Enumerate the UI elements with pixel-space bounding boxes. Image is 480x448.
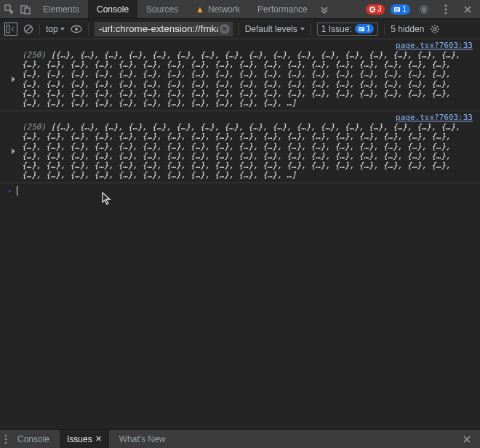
svg-point-10 — [445, 12, 447, 14]
divider — [88, 23, 89, 35]
console-message: page.tsx?7603:33 (250) [{…}, {…}, {…}, {… — [0, 39, 480, 111]
svg-rect-0 — [5, 5, 10, 10]
console-output: page.tsx?7603:33 (250) [{…}, {…}, {…}, {… — [0, 39, 480, 429]
error-count: 3 — [377, 5, 382, 13]
tab-label: Console — [97, 4, 129, 15]
svg-point-14 — [75, 28, 78, 31]
divider — [239, 23, 239, 35]
message-body[interactable]: (250) [{…}, {…}, {…}, {…}, {…}, {…}, {…}… — [0, 50, 480, 108]
issues-label: 1 Issue: — [321, 24, 352, 34]
svg-rect-2 — [25, 8, 30, 14]
issue-count: 1 — [402, 5, 407, 13]
tab-sources[interactable]: Sources — [137, 0, 187, 18]
svg-point-20 — [5, 438, 7, 439]
tab-label: Elements — [43, 4, 79, 15]
svg-point-8 — [445, 4, 447, 7]
svg-point-19 — [5, 434, 7, 436]
prompt-caret-icon: › — [7, 186, 12, 196]
settings-icon[interactable] — [416, 0, 432, 19]
drawer-tab-console[interactable]: Console — [10, 430, 57, 448]
sidebar-toggle-icon[interactable] — [4, 23, 17, 36]
warning-icon: ▲ — [196, 4, 204, 15]
issue-icon — [394, 7, 400, 12]
svg-point-18 — [433, 28, 436, 31]
more-tabs-icon[interactable] — [316, 0, 332, 19]
drawer-tab-issues[interactable]: Issues ✕ — [60, 430, 109, 448]
divider — [384, 23, 385, 35]
svg-rect-5 — [395, 8, 399, 9]
filter-input[interactable] — [95, 22, 233, 36]
expand-icon[interactable] — [12, 148, 15, 154]
issues-button[interactable]: 1 Issue: 1 — [317, 23, 379, 36]
issues-badge: 1 — [355, 24, 375, 33]
divider — [39, 23, 40, 35]
svg-rect-4 — [394, 7, 400, 12]
divider — [311, 23, 311, 35]
svg-point-9 — [445, 8, 447, 10]
tab-console[interactable]: Console — [88, 0, 137, 18]
clear-console-icon[interactable] — [23, 24, 33, 34]
array-preview: [{…}, {…}, {…}, {…}, {…}, {…}, {…}, {…},… — [22, 122, 460, 180]
svg-rect-16 — [359, 28, 364, 28]
svg-rect-15 — [359, 27, 364, 31]
device-toolbar-icon[interactable] — [17, 0, 33, 19]
drawer-kebab-icon[interactable] — [4, 434, 7, 444]
drawer-tab-label: Issues — [67, 434, 92, 444]
drawer-tab-label: What's New — [119, 434, 166, 444]
close-devtools-icon[interactable] — [460, 0, 476, 19]
issue-count-badge[interactable]: 1 — [391, 4, 410, 15]
console-message: page.tsx?7603:33 (250) [{…}, {…}, {…}, {… — [0, 111, 480, 183]
svg-point-7 — [423, 8, 425, 11]
issue-icon — [359, 26, 364, 32]
devtools-tabbar: Elements Console Sources ▲Network Perfor… — [0, 0, 480, 19]
filter-wrap: ✕ — [95, 22, 233, 36]
issues-count: 1 — [367, 25, 371, 33]
message-body[interactable]: (250) [{…}, {…}, {…}, {…}, {…}, {…}, {…}… — [0, 122, 480, 180]
message-source-link[interactable]: page.tsx?7603:33 — [0, 113, 480, 122]
text-cursor — [17, 186, 17, 196]
execution-context-selector[interactable]: top — [46, 24, 65, 34]
drawer-tab-whatsnew[interactable]: What's New — [112, 430, 173, 448]
context-label: top — [46, 24, 58, 34]
inspect-element-icon[interactable] — [1, 0, 17, 19]
array-length: (250) — [22, 50, 46, 60]
close-drawer-icon[interactable] — [458, 435, 476, 444]
tab-label: Network — [208, 4, 240, 15]
array-length: (250) — [22, 122, 46, 132]
message-source-link[interactable]: page.tsx?7603:33 — [0, 41, 480, 50]
svg-rect-6 — [395, 9, 398, 10]
levels-label: Default levels — [245, 24, 297, 34]
svg-rect-11 — [7, 25, 9, 33]
tab-label: Performance — [257, 4, 308, 15]
error-icon — [369, 7, 375, 12]
kebab-menu-icon[interactable] — [438, 0, 454, 19]
svg-rect-17 — [359, 29, 362, 30]
close-tab-icon[interactable]: ✕ — [95, 434, 102, 444]
tab-elements[interactable]: Elements — [34, 0, 88, 18]
tab-network[interactable]: ▲Network — [187, 0, 249, 18]
array-preview: [{…}, {…}, {…}, {…}, {…}, {…}, {…}, {…},… — [22, 50, 460, 108]
drawer-tab-label: Console — [17, 434, 49, 444]
error-count-badge[interactable]: 3 — [366, 4, 385, 15]
console-settings-icon[interactable] — [430, 24, 440, 34]
chevron-down-icon — [60, 28, 65, 31]
console-toolbar: top ✕ Default levels 1 Issue: 1 5 hidden — [0, 19, 480, 39]
drawer-tabbar: Console Issues ✕ What's New — [0, 429, 480, 448]
panel-tabs: Elements Console Sources ▲Network Perfor… — [34, 0, 332, 18]
svg-point-21 — [5, 441, 7, 443]
tab-label: Sources — [146, 4, 178, 15]
console-prompt[interactable]: › — [0, 183, 480, 199]
hidden-messages-label: 5 hidden — [391, 24, 424, 34]
expand-icon[interactable] — [12, 76, 15, 82]
tab-performance[interactable]: Performance — [249, 0, 316, 18]
log-levels-selector[interactable]: Default levels — [245, 24, 305, 34]
live-expression-icon[interactable] — [71, 25, 82, 33]
clear-filter-icon[interactable]: ✕ — [220, 24, 230, 34]
chevron-down-icon — [300, 28, 305, 31]
